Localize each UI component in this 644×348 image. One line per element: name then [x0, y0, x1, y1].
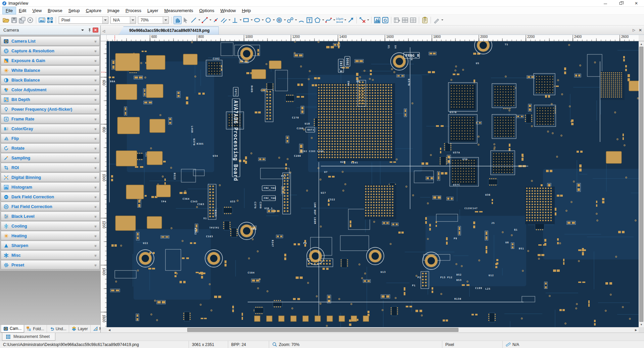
parallel-tool-button[interactable]	[220, 16, 228, 24]
sidebar-item-flat-field-correction[interactable]: Flat Field Correction»	[1, 202, 100, 211]
expand-chevron-icon[interactable]: »	[93, 60, 98, 62]
scale-bar-button[interactable]: 10µm	[336, 16, 344, 24]
chevron-down-icon[interactable]	[239, 16, 242, 24]
grayscale-button[interactable]: G	[381, 16, 389, 24]
sidebar-item-dark-field-correction[interactable]: Dark Field Correction»	[1, 192, 100, 201]
menu-capture[interactable]: Capture	[83, 7, 104, 14]
menu-edit[interactable]: Edit	[16, 7, 29, 14]
tab-scroll-left-icon[interactable]: ◁	[101, 27, 107, 35]
expand-chevron-icon[interactable]: »	[93, 196, 98, 198]
scroll-down-icon[interactable]: ▼	[639, 322, 644, 327]
expand-chevron-icon[interactable]: »	[93, 245, 98, 247]
chevron-down-icon[interactable]	[163, 17, 168, 23]
sidebar-item-roi[interactable]: ROI»	[1, 163, 100, 172]
sidebar-item-camera-list[interactable]: Camera List»	[1, 37, 100, 46]
chevron-down-icon[interactable]	[102, 17, 108, 23]
export-sheet-button[interactable]	[393, 16, 401, 24]
chevron-down-icon[interactable]	[261, 16, 264, 24]
thumbnail-view-button[interactable]	[46, 16, 54, 24]
sidebar-item-flip[interactable]: Flip»	[1, 134, 100, 143]
expand-chevron-icon[interactable]: »	[93, 128, 98, 130]
chevron-down-icon[interactable]	[209, 16, 212, 24]
chevron-down-icon[interactable]	[283, 16, 286, 24]
menu-view[interactable]: View	[29, 7, 45, 14]
menu-image[interactable]: Image	[104, 7, 122, 14]
perpendicular-tool-button[interactable]	[231, 16, 239, 24]
sidebar-item-rotate[interactable]: Rotate»	[1, 144, 100, 153]
expand-chevron-icon[interactable]: »	[93, 50, 98, 52]
snapshot-button[interactable]	[26, 16, 34, 24]
dock-tab-cam[interactable]: Cam...	[1, 325, 24, 333]
two-circles-tool-button[interactable]	[286, 16, 294, 24]
sidebar-item-histogram[interactable]: Histogram»	[1, 183, 100, 192]
menu-setup[interactable]: Setup	[65, 7, 83, 14]
arc-tool-button[interactable]	[297, 16, 305, 24]
chevron-down-icon[interactable]	[366, 16, 369, 24]
sidebar-item-sampling[interactable]: Sampling»	[1, 153, 100, 162]
sidebar-item-digital-binning[interactable]: Digital Binning»	[1, 173, 100, 182]
open-image-button[interactable]	[2, 16, 10, 24]
sidebar-item-bit-depth[interactable]: Bit Depth»	[1, 95, 100, 104]
line-tool-button[interactable]	[190, 16, 198, 24]
chevron-down-icon[interactable]	[441, 16, 444, 24]
expand-chevron-icon[interactable]: »	[93, 118, 98, 120]
expand-chevron-icon[interactable]: »	[93, 225, 98, 227]
report-button[interactable]	[421, 16, 429, 24]
panel-dropdown-icon[interactable]	[80, 28, 86, 33]
chevron-down-icon[interactable]	[321, 16, 325, 24]
zoom-combo[interactable]: 70%	[138, 16, 169, 24]
chevron-down-icon[interactable]	[250, 16, 253, 24]
concentric-circle-tool-button[interactable]	[275, 16, 283, 24]
chevron-down-icon[interactable]	[198, 16, 201, 24]
sidebar-item-color-gray[interactable]: Color/Gray»	[1, 124, 100, 133]
sidebar-item-misc[interactable]: Misc»	[1, 251, 100, 260]
sidebar-item-heating[interactable]: Heating»	[1, 231, 100, 240]
dock-tab-fold[interactable]: Fold...	[24, 325, 47, 333]
chevron-down-icon[interactable]	[294, 16, 297, 24]
chevron-down-icon[interactable]	[333, 16, 336, 24]
chevron-down-icon[interactable]	[272, 16, 275, 24]
expand-chevron-icon[interactable]: »	[93, 138, 98, 140]
horizontal-scroll-thumb[interactable]	[187, 328, 458, 332]
sidebar-item-cooling[interactable]: Cooling»	[1, 221, 100, 231]
expand-chevron-icon[interactable]: »	[93, 177, 98, 179]
measurement-sheet-tab[interactable]: Measurement Sheet	[2, 333, 55, 341]
sidebar-item-power-frequency-anti-flicker[interactable]: Power Frequency (Anti-flicker)»	[1, 105, 100, 114]
polyline-tool-button[interactable]	[201, 16, 209, 24]
sidebar-item-white-balance[interactable]: White Balance»	[1, 66, 100, 75]
expand-chevron-icon[interactable]: »	[93, 264, 98, 266]
dock-tab-layer[interactable]: Layer	[69, 325, 91, 333]
expand-chevron-icon[interactable]: »	[93, 69, 98, 71]
chevron-down-icon[interactable]	[130, 17, 136, 23]
expand-chevron-icon[interactable]: »	[93, 99, 98, 101]
tab-scroll-right-icon[interactable]: ▷	[633, 28, 635, 32]
sidebar-item-preset[interactable]: Preset»	[1, 260, 100, 269]
ellipse-tool-button[interactable]	[253, 16, 261, 24]
menu-measurements[interactable]: Measurements	[161, 7, 196, 14]
expand-chevron-icon[interactable]: »	[93, 157, 98, 159]
expand-chevron-icon[interactable]: »	[93, 254, 98, 256]
restore-button[interactable]	[613, 0, 629, 6]
vertical-scroll-thumb[interactable]	[639, 47, 643, 322]
insert-row-button[interactable]	[401, 16, 409, 24]
close-button[interactable]: ✕	[629, 0, 644, 6]
menu-window[interactable]: Window	[217, 7, 239, 14]
dock-tab-und[interactable]: Und...	[47, 325, 69, 333]
menu-options[interactable]: Options	[196, 7, 217, 14]
panel-pin-icon[interactable]	[87, 28, 93, 33]
rectangle-tool-button[interactable]	[242, 16, 250, 24]
expand-chevron-icon[interactable]: »	[93, 147, 98, 149]
measure-toggle-button[interactable]	[358, 16, 366, 24]
histogram-panel-button[interactable]	[373, 16, 381, 24]
chevron-down-icon[interactable]	[344, 16, 347, 24]
sidebar-item-frame-rate[interactable]: Frame Rate»	[1, 114, 100, 123]
tab-close-icon[interactable]: ✕	[639, 28, 642, 33]
expand-chevron-icon[interactable]: »	[93, 89, 98, 91]
save-as-button[interactable]	[18, 16, 26, 24]
menu-process[interactable]: Process	[122, 7, 144, 14]
menu-browse[interactable]: Browse	[45, 7, 65, 14]
sidebar-item-color-adjustment[interactable]: Color Adjustment»	[1, 85, 100, 94]
menu-layer[interactable]: Layer	[144, 7, 161, 14]
expand-chevron-icon[interactable]: »	[93, 186, 98, 188]
unit-combo[interactable]: Pixel	[59, 16, 108, 24]
